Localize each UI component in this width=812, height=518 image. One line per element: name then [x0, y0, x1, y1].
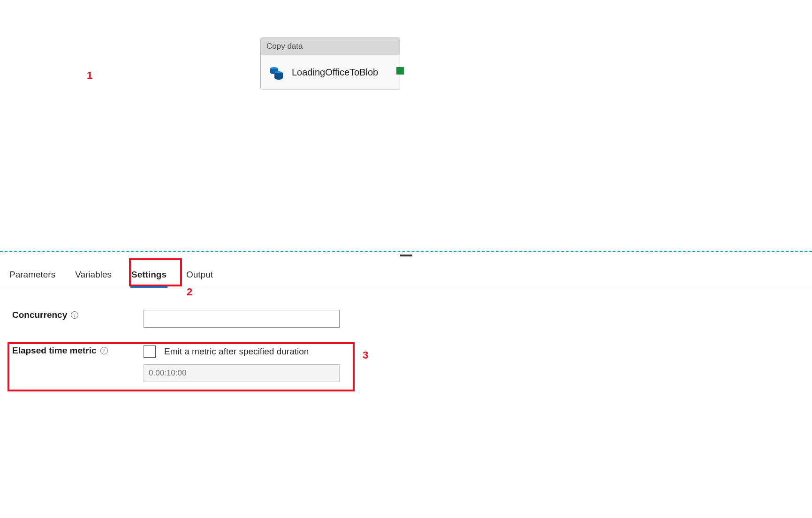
panel-resize-handle[interactable]	[400, 255, 412, 256]
elapsed-checkbox[interactable]	[144, 345, 156, 358]
tab-output[interactable]: Output	[185, 266, 214, 288]
callout-marker-1: 1	[87, 69, 92, 82]
activity-header: Copy data	[261, 38, 400, 55]
concurrency-input[interactable]	[144, 310, 340, 328]
properties-panel: Parameters Variables Settings Output Con…	[0, 260, 812, 421]
tab-parameters[interactable]: Parameters	[8, 266, 56, 288]
tab-settings[interactable]: Settings	[130, 266, 167, 288]
properties-tabs: Parameters Variables Settings Output	[0, 260, 812, 288]
activity-node-copy-data[interactable]: Copy data LoadingOfficeToBlob	[260, 38, 400, 90]
elapsed-checkbox-label: Emit a metric after specified duration	[164, 346, 309, 357]
database-copy-icon	[267, 63, 285, 81]
activity-output-handle[interactable]	[396, 67, 404, 75]
panel-divider	[0, 251, 812, 252]
concurrency-label: Concurrency i	[12, 310, 144, 320]
activity-name: LoadingOfficeToBlob	[292, 67, 378, 78]
tab-variables[interactable]: Variables	[74, 266, 113, 288]
info-icon[interactable]: i	[100, 347, 108, 354]
callout-marker-3: 3	[363, 349, 368, 361]
svg-point-5	[274, 76, 283, 80]
elapsed-control-block: Emit a metric after specified duration	[144, 345, 340, 382]
pipeline-canvas[interactable]: Copy data LoadingOfficeToBlob 1	[0, 0, 812, 251]
elapsed-label: Elapsed time metric i	[12, 345, 144, 356]
activity-body: LoadingOfficeToBlob	[261, 55, 400, 90]
settings-tab-content: Concurrency i Elapsed time metric i Emit…	[0, 288, 812, 421]
elapsed-row: Elapsed time metric i Emit a metric afte…	[12, 345, 800, 382]
concurrency-row: Concurrency i	[12, 310, 800, 328]
info-icon[interactable]: i	[71, 311, 78, 319]
elapsed-duration-input[interactable]	[144, 364, 340, 382]
elapsed-checkbox-row: Emit a metric after specified duration	[144, 345, 340, 358]
callout-marker-2: 2	[187, 286, 192, 298]
